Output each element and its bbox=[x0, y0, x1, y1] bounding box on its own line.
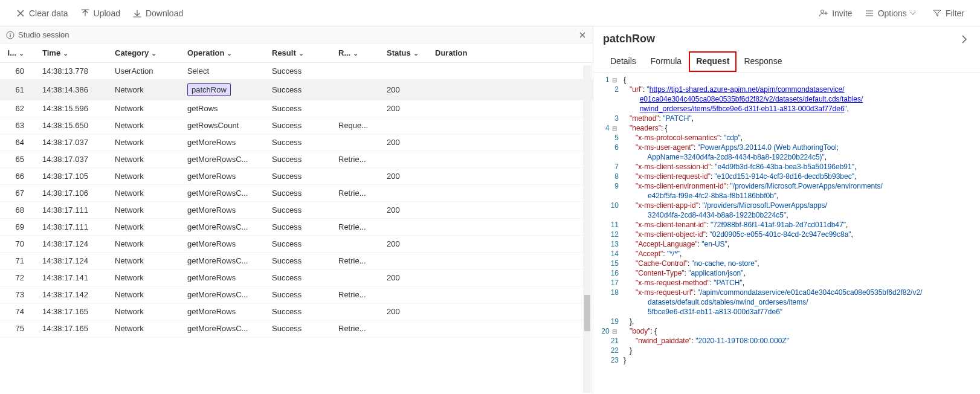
table-row[interactable]: 6914:38:17.111NetworkgetMoreRowsC...Succ… bbox=[0, 219, 593, 236]
cell-operation: getMoreRowsC... bbox=[181, 185, 266, 202]
filter-button[interactable]: Filter bbox=[926, 5, 970, 22]
cell-time: 14:38:17.105 bbox=[36, 168, 109, 185]
cell-id: 67 bbox=[0, 185, 36, 202]
left-pane: Studio session I...⌄ Time⌄ Category⌄ Ope… bbox=[0, 27, 593, 394]
table-row[interactable]: 6414:38:17.037NetworkgetMoreRowsSuccess2… bbox=[0, 134, 593, 151]
col-category[interactable]: Category⌄ bbox=[109, 44, 181, 63]
cell-r: Reque... bbox=[332, 117, 381, 134]
cell-category: Network bbox=[109, 151, 181, 168]
tab-formula[interactable]: Formula bbox=[643, 51, 689, 72]
col-status[interactable]: Status⌄ bbox=[381, 44, 429, 63]
table-row[interactable]: 6314:38:15.650NetworkgetRowsCountSuccess… bbox=[0, 117, 593, 134]
cell-time: 14:38:17.165 bbox=[36, 320, 109, 337]
cell-id: 72 bbox=[0, 270, 36, 286]
cell-duration bbox=[429, 270, 593, 286]
col-result[interactable]: Result⌄ bbox=[266, 44, 332, 63]
cell-time: 14:38:17.106 bbox=[36, 185, 109, 202]
cell-r bbox=[332, 134, 381, 151]
table-row[interactable]: 6714:38:17.106NetworkgetMoreRowsC...Succ… bbox=[0, 185, 593, 202]
col-r[interactable]: R...⌄ bbox=[332, 44, 381, 63]
cell-time: 14:38:17.165 bbox=[36, 303, 109, 320]
cell-time: 14:38:15.596 bbox=[36, 100, 109, 117]
col-id[interactable]: I...⌄ bbox=[0, 44, 36, 63]
cell-time: 14:38:17.037 bbox=[36, 134, 109, 151]
cell-operation: getMoreRowsC... bbox=[181, 286, 266, 303]
cell-category: UserAction bbox=[109, 63, 181, 80]
upload-button[interactable]: Upload bbox=[74, 5, 126, 22]
tab-details[interactable]: Details bbox=[603, 51, 643, 72]
cell-result: Success bbox=[266, 253, 332, 270]
cell-result: Success bbox=[266, 80, 332, 100]
cell-id: 66 bbox=[0, 168, 36, 185]
cell-time: 14:38:17.124 bbox=[36, 253, 109, 270]
cell-r: Retrie... bbox=[332, 253, 381, 270]
detail-title: patchRow bbox=[603, 33, 958, 45]
table-header-row: I...⌄ Time⌄ Category⌄ Operation⌄ Result⌄… bbox=[0, 44, 593, 63]
fold-icon[interactable]: ⊟ bbox=[611, 76, 617, 85]
list-icon bbox=[865, 8, 874, 18]
download-icon bbox=[132, 8, 142, 18]
cell-operation: getRowsCount bbox=[181, 117, 266, 134]
clear-data-button[interactable]: Clear data bbox=[10, 5, 74, 22]
table-row[interactable]: 6814:38:17.111NetworkgetMoreRowsSuccess2… bbox=[0, 202, 593, 219]
cell-duration bbox=[429, 63, 593, 80]
cell-duration bbox=[429, 219, 593, 236]
scroll-thumb[interactable] bbox=[584, 295, 590, 331]
cell-id: 62 bbox=[0, 100, 36, 117]
table-row[interactable]: 7014:38:17.124NetworkgetMoreRowsSuccess2… bbox=[0, 236, 593, 253]
cell-status: 200 bbox=[381, 168, 429, 185]
cell-status bbox=[381, 253, 429, 270]
scrollbar[interactable] bbox=[583, 65, 592, 393]
cell-duration bbox=[429, 80, 593, 100]
cell-duration bbox=[429, 202, 593, 219]
download-button[interactable]: Download bbox=[126, 5, 189, 22]
tab-request[interactable]: Request bbox=[689, 51, 737, 72]
table-row[interactable]: 7414:38:17.165NetworkgetMoreRowsSuccess2… bbox=[0, 303, 593, 320]
cell-category: Network bbox=[109, 270, 181, 286]
fold-icon[interactable]: ⊟ bbox=[611, 124, 617, 134]
cell-r: Retrie... bbox=[332, 185, 381, 202]
cell-duration bbox=[429, 185, 593, 202]
cell-category: Network bbox=[109, 303, 181, 320]
cell-result: Success bbox=[266, 185, 332, 202]
table-row[interactable]: 6014:38:13.778UserActionSelectSuccess bbox=[0, 63, 593, 80]
cell-operation: getMoreRowsC... bbox=[181, 320, 266, 337]
cell-status: 200 bbox=[381, 100, 429, 117]
col-duration[interactable]: Duration bbox=[429, 44, 593, 63]
cell-time: 14:38:17.124 bbox=[36, 236, 109, 253]
cell-duration bbox=[429, 168, 593, 185]
table-row[interactable]: 7114:38:17.124NetworkgetMoreRowsC...Succ… bbox=[0, 253, 593, 270]
col-time[interactable]: Time⌄ bbox=[36, 44, 109, 63]
table-row[interactable]: 6114:38:14.386NetworkpatchRowSuccess200 bbox=[0, 80, 593, 100]
cell-category: Network bbox=[109, 202, 181, 219]
cell-operation: getMoreRows bbox=[181, 236, 266, 253]
cell-result: Success bbox=[266, 63, 332, 80]
options-button[interactable]: Options bbox=[859, 5, 926, 22]
fold-icon[interactable]: ⊟ bbox=[611, 327, 617, 337]
table-row[interactable]: 6514:38:17.037NetworkgetMoreRowsC...Succ… bbox=[0, 151, 593, 168]
cell-r: Retrie... bbox=[332, 320, 381, 337]
cell-time: 14:38:17.111 bbox=[36, 219, 109, 236]
table-row[interactable]: 7314:38:17.142NetworkgetMoreRowsC...Succ… bbox=[0, 286, 593, 303]
cell-id: 74 bbox=[0, 303, 36, 320]
table-row[interactable]: 6614:38:17.105NetworkgetMoreRowsSuccess2… bbox=[0, 168, 593, 185]
download-label: Download bbox=[146, 8, 183, 18]
cell-id: 65 bbox=[0, 151, 36, 168]
col-operation[interactable]: Operation⌄ bbox=[181, 44, 266, 63]
tab-response[interactable]: Response bbox=[737, 51, 789, 72]
table-row[interactable]: 7214:38:17.141NetworkgetMoreRowsSuccess2… bbox=[0, 270, 593, 286]
cell-time: 14:38:15.650 bbox=[36, 117, 109, 134]
cell-id: 61 bbox=[0, 80, 36, 100]
table-row[interactable]: 6214:38:15.596NetworkgetRowsSuccess200 bbox=[0, 100, 593, 117]
json-viewer[interactable]: { "url": "https://tip1-shared.azure-apim… bbox=[624, 75, 980, 389]
close-icon[interactable] bbox=[578, 31, 587, 39]
cell-operation: getMoreRows bbox=[181, 270, 266, 286]
chevron-right-icon[interactable] bbox=[958, 33, 970, 45]
cell-status: 200 bbox=[381, 303, 429, 320]
invite-button[interactable]: Invite bbox=[813, 5, 858, 22]
cell-result: Success bbox=[266, 117, 332, 134]
cell-r: Retrie... bbox=[332, 286, 381, 303]
cell-time: 14:38:17.142 bbox=[36, 286, 109, 303]
cell-category: Network bbox=[109, 134, 181, 151]
table-row[interactable]: 7514:38:17.165NetworkgetMoreRowsC...Succ… bbox=[0, 320, 593, 337]
